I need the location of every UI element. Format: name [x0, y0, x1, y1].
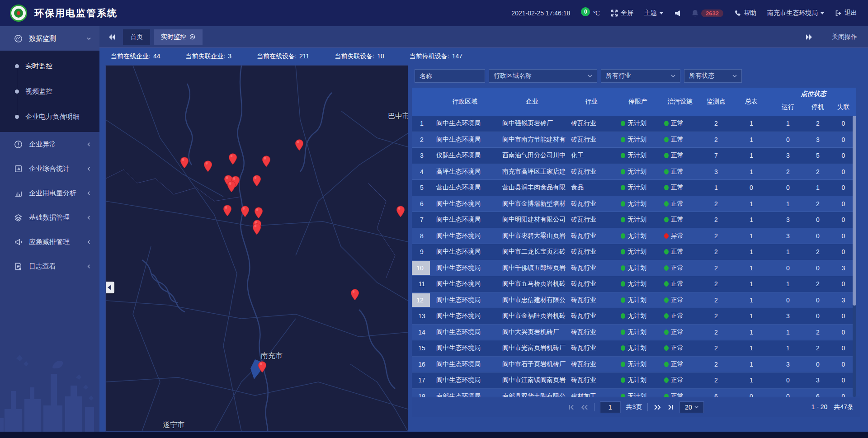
table-row[interactable]: 4高坪生态环境局南充市高坪区王家店建砖瓦行业无计划正常31220 — [412, 164, 856, 180]
cell-meters: 1 — [732, 312, 771, 320]
map-pin[interactable] — [253, 223, 261, 235]
col-subheader-运行[interactable]: 运行 — [771, 99, 805, 116]
table-row[interactable]: 12阆中生态环境局阆中市忠信建材有限公砖瓦行业无计划正常21003 — [412, 292, 856, 309]
cell-limit: 无计划 — [616, 184, 660, 192]
tab-scroll-right-button[interactable] — [802, 34, 816, 40]
notification-badge: 2632 — [701, 9, 723, 17]
tab-首页[interactable]: 首页 — [123, 29, 150, 45]
map-pin[interactable] — [351, 289, 359, 301]
volume-button[interactable] — [674, 10, 681, 17]
cell-region: 营山生态环境局 — [432, 184, 498, 192]
cell-industry: 砖瓦行业 — [566, 216, 616, 224]
col-header-治污设施[interactable]: 治污设施 — [660, 88, 700, 116]
status-dot-green — [621, 153, 625, 158]
region-filter-select[interactable]: 行政区域名称 — [489, 69, 597, 83]
tab-close-icon[interactable] — [189, 34, 195, 40]
prev-page-button[interactable] — [580, 404, 589, 411]
map-pin[interactable] — [229, 153, 237, 165]
name-filter-input[interactable] — [415, 69, 485, 83]
sidebar-subitem-视频监控[interactable]: 视频监控 — [0, 79, 99, 104]
table-row[interactable]: 2阆中生态环境局阆中市南方节能建材有砖瓦行业无计划正常21030 — [412, 132, 856, 148]
status-filter-select[interactable]: 所有状态 — [684, 69, 742, 83]
table-row[interactable]: 5营山生态环境局营山县润丰肉食品有限食品无计划正常10010 — [412, 180, 856, 196]
chart-icon — [14, 188, 23, 198]
cell-meters: 1 — [732, 280, 771, 287]
table-row[interactable]: 14阆中生态环境局阆中大兴页岩机砖厂砖瓦行业无计划正常21120 — [412, 325, 856, 341]
help-button[interactable]: 帮助 — [734, 9, 756, 17]
col-subheader-停机[interactable]: 停机 — [805, 99, 830, 116]
table-row[interactable]: 9阆中生态环境局阆中市二龙长宝页岩砖砖瓦行业无计划正常21120 — [412, 244, 856, 260]
first-page-button[interactable] — [568, 404, 575, 411]
table-row[interactable]: 10阆中生态环境局阆中千佛镇五郎垭页岩砖瓦行业无计划正常21003 — [412, 260, 856, 277]
status-dot-green — [664, 153, 669, 158]
industry-filter-select[interactable]: 所有行业 — [601, 69, 680, 83]
map-pin[interactable] — [258, 361, 267, 373]
col-header-行政区域[interactable]: 行政区域 — [432, 88, 498, 116]
tab-scroll-left-button[interactable] — [105, 34, 119, 40]
table-row[interactable]: 6阆中生态环境局阆中市金博瑞新型墙材砖瓦行业无计划正常21120 — [412, 196, 856, 212]
map-pin[interactable] — [204, 160, 212, 172]
table-row[interactable]: 3仪陇生态环境局西南油气田分公司川中化工无计划正常71350 — [412, 148, 856, 164]
table-row[interactable]: 17阆中生态环境局阆中市江南镇阆南页岩砖瓦行业无计划正常21030 — [412, 372, 856, 389]
sidebar-item-数据监测[interactable]: 数据监测 — [0, 26, 99, 51]
table-row[interactable]: 7阆中生态环境局阆中明阳建材有限公司砖瓦行业无计划正常21300 — [412, 212, 856, 228]
row-number: 17 — [416, 373, 428, 387]
cell-meters: 1 — [732, 232, 771, 240]
map-pin[interactable] — [223, 205, 232, 217]
table-row[interactable]: 18南部生态环境局南部县双华土陶有限公建材加工无计划正常60060 — [412, 389, 856, 397]
sidebar-item-企业异常[interactable]: 企业异常 — [0, 132, 99, 156]
map-pin[interactable] — [253, 175, 261, 187]
sidebar-item-label: 应急减排管理 — [29, 238, 86, 246]
col-header-企业[interactable]: 企业 — [498, 88, 566, 116]
col-header-总表[interactable]: 总表 — [732, 88, 771, 116]
total-pages-label: 共3页 — [626, 403, 642, 411]
table-row[interactable]: 15阆中生态环境局阆中市光富页岩机砖厂砖瓦行业无计划正常21120 — [412, 340, 856, 357]
sidebar-item-日志查看[interactable]: 日志查看 — [0, 254, 99, 278]
map-panel[interactable]: 巴中市南充市遂宁市 — [105, 65, 408, 432]
sidebar-item-label: 日志查看 — [29, 262, 86, 271]
cell-limit: 无计划 — [616, 280, 660, 288]
sidebar-item-企业综合统计[interactable]: 企业综合统计 — [0, 156, 99, 181]
app-title: 环保用电监管系统 — [34, 7, 118, 19]
scrollbar-thumb[interactable] — [853, 116, 856, 306]
col-header-监测点[interactable]: 监测点 — [700, 88, 732, 116]
table-row[interactable]: 16阆中生态环境局阆中市石子页岩机砖厂砖瓦行业无计划正常21300 — [412, 357, 856, 373]
page-input[interactable] — [600, 401, 621, 413]
cell-meters: 1 — [732, 264, 771, 272]
table-row[interactable]: 11阆中生态环境局阆中市五马桥页岩机砖砖瓦行业无计划正常21120 — [412, 276, 856, 292]
table-header: 行政区域企业行业停限产治污设施监测点总表点位状态运行停机失联 — [412, 88, 856, 116]
sidebar-item-企业用电量分析[interactable]: 企业用电量分析 — [0, 181, 99, 205]
org-menu[interactable]: 南充市生态环境局 — [767, 9, 824, 17]
next-page-button[interactable] — [653, 404, 661, 411]
table-row[interactable]: 8阆中生态环境局阆中市枣碧大梁山页岩砖瓦行业无计划异常21300 — [412, 228, 856, 245]
col-header-行业[interactable]: 行业 — [566, 88, 616, 116]
table-scrollbar[interactable] — [853, 116, 856, 397]
sidebar-subitem-实时监控[interactable]: 实时监控 — [0, 53, 99, 79]
sidebar-item-基础数据管理[interactable]: 基础数据管理 — [0, 205, 99, 230]
theme-menu[interactable]: 主题 — [644, 9, 663, 17]
map-pin[interactable] — [396, 206, 405, 217]
map-pin[interactable] — [255, 207, 263, 219]
col-subheader-失联[interactable]: 失联 — [830, 99, 856, 116]
cell-company: 南充市高坪区王家店建 — [498, 168, 566, 176]
map-pin[interactable] — [262, 155, 271, 167]
notification-area[interactable]: 2632 — [692, 9, 723, 17]
table-row[interactable]: 1阆中生态环境局阆中强锐页岩砖厂砖瓦行业无计划正常21120 — [412, 116, 856, 132]
col-header-停限产[interactable]: 停限产 — [616, 88, 660, 116]
close-ops-button[interactable]: 关闭操作 — [832, 33, 857, 41]
fullscreen-button[interactable]: 全屏 — [611, 9, 633, 17]
sidebar-item-应急减排管理[interactable]: 应急减排管理 — [0, 230, 99, 254]
table-row[interactable]: 13阆中生态环境局阆中市金福旺页岩机砖砖瓦行业无计划正常21300 — [412, 308, 856, 325]
logout-button[interactable]: 退出 — [835, 9, 857, 17]
sidebar-collapse-button[interactable] — [105, 282, 114, 293]
map-pin[interactable] — [180, 157, 189, 169]
tab-实时监控[interactable]: 实时监控 — [154, 29, 203, 45]
map-pin[interactable] — [227, 181, 236, 193]
map-city-label: 南充市 — [261, 351, 283, 361]
map-pin[interactable] — [295, 139, 304, 151]
sidebar-subitem-企业电力负荷明细[interactable]: 企业电力负荷明细 — [0, 104, 99, 129]
page-size-select[interactable]: 20 — [679, 401, 704, 413]
last-page-button[interactable] — [667, 404, 674, 411]
map-pin[interactable] — [241, 206, 250, 217]
cell-region: 阆中生态环境局 — [432, 216, 498, 224]
